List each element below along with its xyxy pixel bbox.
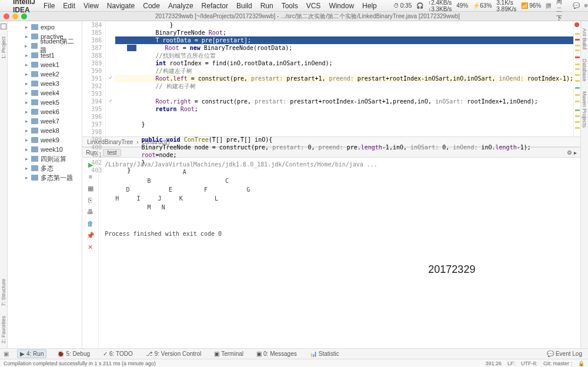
tab-maven[interactable]: Maven Projects <box>581 89 588 130</box>
code-line[interactable]: BinaryTreeNode node = construct(pre, pre… <box>115 144 573 151</box>
tab-project[interactable]: 1: Project <box>0 34 7 61</box>
tab-debug[interactable]: 🐞 5: Debug <box>55 350 92 358</box>
git-branch[interactable]: Git: master : <box>543 361 572 366</box>
expand-arrow-icon[interactable]: ▸ <box>24 71 29 77</box>
tree-item[interactable]: ▸week6 <box>8 107 82 116</box>
expand-arrow-icon[interactable]: ▸ <box>24 52 29 58</box>
code-line[interactable] <box>115 128 573 136</box>
cursor-position[interactable]: 391:26 <box>485 361 502 366</box>
code-line[interactable]: int rootIndex = find(inO,rootData,inOSar… <box>115 59 573 67</box>
project-panel: ▸expo▸practive▸student第二题▸test1▸week1▸we… <box>8 21 82 348</box>
menu-build[interactable]: Build <box>236 2 252 10</box>
print-button[interactable]: 🖶 <box>86 207 95 216</box>
menu-analyze[interactable]: Analyze <box>168 2 193 10</box>
menu-navigate[interactable]: Navigate <box>107 2 135 10</box>
code-line[interactable]: BinaryTreeNode Root; <box>115 29 573 36</box>
menu-help[interactable]: Help <box>362 2 377 10</box>
tree-item[interactable]: ▸week5 <box>8 98 82 107</box>
tab-database[interactable]: Database <box>581 56 588 84</box>
tree-item[interactable]: ▸week1 <box>8 60 82 69</box>
tab-vcs[interactable]: ⎇ 9: Version Control <box>143 350 204 358</box>
menu-vcs[interactable]: VCS <box>306 2 321 10</box>
project-icon[interactable] <box>1 24 6 29</box>
menu-run[interactable]: Run <box>260 2 273 10</box>
code-line[interactable]: } <box>115 121 573 128</box>
line-ending[interactable]: LF: <box>507 361 515 366</box>
expand-arrow-icon[interactable]: ▸ <box>24 24 29 30</box>
code-line[interactable]: Root = new BinaryTreeNode(rootData); <box>115 44 573 52</box>
code-line[interactable] <box>115 113 573 121</box>
expand-arrow-icon[interactable]: ▸ <box>24 165 29 171</box>
tab-ant[interactable]: Ant Build <box>581 26 588 52</box>
expand-arrow-icon[interactable]: ▸ <box>24 128 29 134</box>
close-button[interactable] <box>4 14 9 19</box>
tab-run[interactable]: ▶ 4: Run <box>17 349 46 358</box>
tree-item[interactable]: ▸四则运算 <box>8 154 82 164</box>
tab-event-log[interactable]: 💬 Event Log <box>544 350 584 358</box>
run-console[interactable]: /Library/Java/JavaVirtualMachines/jdk1.8… <box>99 158 580 348</box>
tree-item[interactable]: ▸expo <box>8 22 82 32</box>
expand-arrow-icon[interactable]: ▸ <box>24 90 29 96</box>
minimize-button[interactable] <box>12 14 18 19</box>
tab-structure[interactable]: 7: Structure <box>0 276 7 309</box>
code-line[interactable]: // 构建右子树 <box>115 82 573 90</box>
trash-button[interactable]: 🗑 <box>86 219 95 228</box>
tree-item[interactable]: ▸week10 <box>8 145 82 154</box>
tree-item[interactable]: ▸week4 <box>8 88 82 98</box>
encoding[interactable]: UTF-8: <box>521 361 537 366</box>
code-line[interactable]: } <box>115 21 573 29</box>
menu-window[interactable]: Window <box>329 2 354 10</box>
tab-favorites[interactable]: 2: Favorites <box>0 313 7 346</box>
expand-arrow-icon[interactable]: ▸ <box>24 62 29 68</box>
error-indicator-icon[interactable] <box>574 22 579 27</box>
expand-arrow-icon[interactable]: ▸ <box>24 146 29 152</box>
expand-arrow-icon[interactable]: ▸ <box>24 34 29 39</box>
tab-messages[interactable]: ▣ 0: Messages <box>254 350 299 358</box>
menu-refactor[interactable]: Refactor <box>202 2 228 10</box>
close-run-button[interactable]: ✕ <box>86 242 95 252</box>
lock-icon[interactable]: 🔒 <box>578 361 584 366</box>
menu-code[interactable]: Code <box>143 2 160 10</box>
menu-file[interactable]: File <box>44 2 55 10</box>
input-lang[interactable]: 拼 <box>546 2 552 10</box>
code-line[interactable]: return Root; <box>115 105 573 113</box>
menu-view[interactable]: View <box>83 2 99 10</box>
tab-terminal[interactable]: ▣ Terminal <box>212 350 246 358</box>
chat-icon[interactable]: 💬 <box>573 2 580 9</box>
tab-statistic[interactable]: 📊 Statistic <box>308 350 342 358</box>
pin-button[interactable]: 📌 <box>86 231 95 240</box>
expand-arrow-icon[interactable]: ▸ <box>24 99 29 105</box>
code-line[interactable]: //找到根节点所在位置 <box>115 52 573 59</box>
layout-button[interactable]: ▦ <box>86 184 95 193</box>
menu-tools[interactable]: Tools <box>282 2 298 10</box>
code-line[interactable]: Root.left = construct(pre, prestart: pre… <box>115 75 573 82</box>
expand-arrow-icon[interactable]: ▸ <box>24 175 29 181</box>
expand-arrow-icon[interactable]: ▸ <box>24 156 29 162</box>
tool-windows-icon[interactable]: ▣ <box>4 351 9 357</box>
code-line[interactable]: //构建左子树 <box>115 67 573 75</box>
filter-button[interactable]: ⎘ <box>86 195 95 205</box>
code-line[interactable]: public void ConTree(T[] pre,T[] inO){ <box>115 136 573 144</box>
error-stripe[interactable] <box>573 21 580 136</box>
tree-item[interactable]: ▸week8 <box>8 126 82 135</box>
tree-item[interactable]: ▸week9 <box>8 135 82 145</box>
tree-item[interactable]: ▸week7 <box>8 116 82 126</box>
tree-item[interactable]: ▸多态 <box>8 164 82 173</box>
menu-icon[interactable]: ≡ <box>584 2 588 9</box>
tree-item[interactable]: ▸多态第一题 <box>8 173 82 182</box>
code-line[interactable] <box>115 90 573 98</box>
code-line[interactable]: T rootData = pre[prestart]; <box>115 36 573 44</box>
tree-item[interactable]: ▸week2 <box>8 69 82 79</box>
tree-item[interactable]: ▸week3 <box>8 79 82 88</box>
expand-arrow-icon[interactable]: ▸ <box>24 43 29 49</box>
expand-arrow-icon[interactable]: ▸ <box>24 109 29 115</box>
code-line[interactable]: Root.right = construct(pre, prestart: pr… <box>115 98 573 105</box>
maximize-button[interactable] <box>21 14 27 19</box>
code-editor[interactable]: 3843853863873883893903913923933943953963… <box>82 21 580 136</box>
tab-todo[interactable]: ✓ 6: TODO <box>101 350 135 358</box>
tree-item[interactable]: ▸student第二题 <box>8 41 82 51</box>
expand-arrow-icon[interactable]: ▸ <box>24 137 29 143</box>
expand-arrow-icon[interactable]: ▸ <box>24 81 29 86</box>
expand-arrow-icon[interactable]: ▸ <box>24 118 29 124</box>
menu-edit[interactable]: Edit <box>63 2 75 10</box>
